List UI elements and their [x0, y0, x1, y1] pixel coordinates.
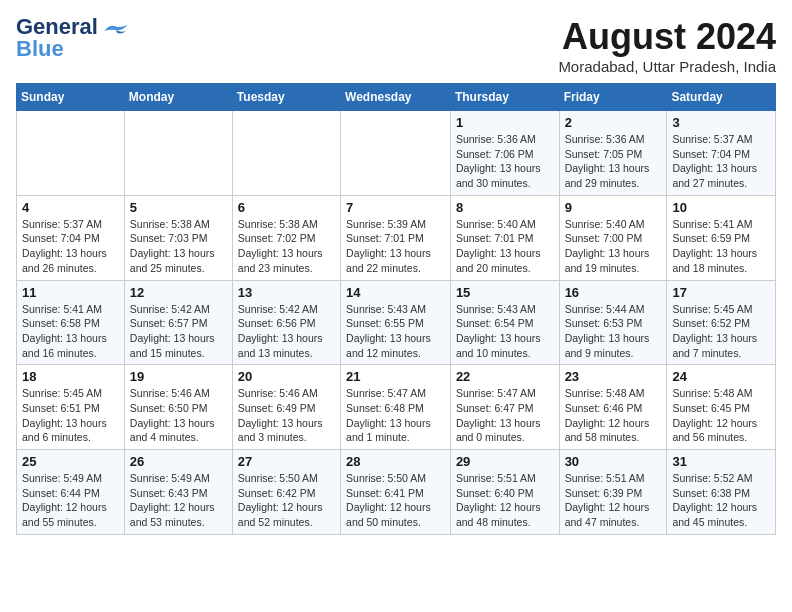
- day-info: Sunrise: 5:46 AM Sunset: 6:49 PM Dayligh…: [238, 386, 335, 445]
- calendar-cell: 13Sunrise: 5:42 AM Sunset: 6:56 PM Dayli…: [232, 280, 340, 365]
- day-info: Sunrise: 5:47 AM Sunset: 6:48 PM Dayligh…: [346, 386, 445, 445]
- weekday-header-sunday: Sunday: [17, 84, 125, 111]
- day-info: Sunrise: 5:45 AM Sunset: 6:51 PM Dayligh…: [22, 386, 119, 445]
- day-number: 12: [130, 285, 227, 300]
- calendar-cell: 22Sunrise: 5:47 AM Sunset: 6:47 PM Dayli…: [450, 365, 559, 450]
- title-block: August 2024 Moradabad, Uttar Pradesh, In…: [558, 16, 776, 75]
- day-info: Sunrise: 5:37 AM Sunset: 7:04 PM Dayligh…: [672, 132, 770, 191]
- day-number: 25: [22, 454, 119, 469]
- calendar-cell: 1Sunrise: 5:36 AM Sunset: 7:06 PM Daylig…: [450, 111, 559, 196]
- calendar-cell: 28Sunrise: 5:50 AM Sunset: 6:41 PM Dayli…: [341, 450, 451, 535]
- day-number: 17: [672, 285, 770, 300]
- calendar-cell: 18Sunrise: 5:45 AM Sunset: 6:51 PM Dayli…: [17, 365, 125, 450]
- day-number: 10: [672, 200, 770, 215]
- day-number: 26: [130, 454, 227, 469]
- week-row-1: 1Sunrise: 5:36 AM Sunset: 7:06 PM Daylig…: [17, 111, 776, 196]
- week-row-4: 18Sunrise: 5:45 AM Sunset: 6:51 PM Dayli…: [17, 365, 776, 450]
- day-number: 9: [565, 200, 662, 215]
- calendar-cell: 20Sunrise: 5:46 AM Sunset: 6:49 PM Dayli…: [232, 365, 340, 450]
- logo-bird-icon: [102, 22, 130, 40]
- calendar-cell: 29Sunrise: 5:51 AM Sunset: 6:40 PM Dayli…: [450, 450, 559, 535]
- day-number: 24: [672, 369, 770, 384]
- calendar-cell: 23Sunrise: 5:48 AM Sunset: 6:46 PM Dayli…: [559, 365, 667, 450]
- calendar-cell: 3Sunrise: 5:37 AM Sunset: 7:04 PM Daylig…: [667, 111, 776, 196]
- calendar-cell: 2Sunrise: 5:36 AM Sunset: 7:05 PM Daylig…: [559, 111, 667, 196]
- day-number: 2: [565, 115, 662, 130]
- day-number: 8: [456, 200, 554, 215]
- day-number: 21: [346, 369, 445, 384]
- calendar-cell: 12Sunrise: 5:42 AM Sunset: 6:57 PM Dayli…: [124, 280, 232, 365]
- day-number: 14: [346, 285, 445, 300]
- day-info: Sunrise: 5:49 AM Sunset: 6:44 PM Dayligh…: [22, 471, 119, 530]
- calendar-cell: 4Sunrise: 5:37 AM Sunset: 7:04 PM Daylig…: [17, 195, 125, 280]
- day-info: Sunrise: 5:37 AM Sunset: 7:04 PM Dayligh…: [22, 217, 119, 276]
- day-info: Sunrise: 5:38 AM Sunset: 7:03 PM Dayligh…: [130, 217, 227, 276]
- day-number: 13: [238, 285, 335, 300]
- calendar-cell: 31Sunrise: 5:52 AM Sunset: 6:38 PM Dayli…: [667, 450, 776, 535]
- calendar-cell: 11Sunrise: 5:41 AM Sunset: 6:58 PM Dayli…: [17, 280, 125, 365]
- weekday-header-saturday: Saturday: [667, 84, 776, 111]
- calendar-cell: 7Sunrise: 5:39 AM Sunset: 7:01 PM Daylig…: [341, 195, 451, 280]
- calendar-cell: 8Sunrise: 5:40 AM Sunset: 7:01 PM Daylig…: [450, 195, 559, 280]
- calendar-table: SundayMondayTuesdayWednesdayThursdayFrid…: [16, 83, 776, 535]
- week-row-2: 4Sunrise: 5:37 AM Sunset: 7:04 PM Daylig…: [17, 195, 776, 280]
- weekday-header-wednesday: Wednesday: [341, 84, 451, 111]
- day-info: Sunrise: 5:51 AM Sunset: 6:39 PM Dayligh…: [565, 471, 662, 530]
- day-info: Sunrise: 5:52 AM Sunset: 6:38 PM Dayligh…: [672, 471, 770, 530]
- calendar-cell: 19Sunrise: 5:46 AM Sunset: 6:50 PM Dayli…: [124, 365, 232, 450]
- day-info: Sunrise: 5:40 AM Sunset: 7:00 PM Dayligh…: [565, 217, 662, 276]
- weekday-header-friday: Friday: [559, 84, 667, 111]
- weekday-header-tuesday: Tuesday: [232, 84, 340, 111]
- day-info: Sunrise: 5:41 AM Sunset: 6:59 PM Dayligh…: [672, 217, 770, 276]
- calendar-cell: 30Sunrise: 5:51 AM Sunset: 6:39 PM Dayli…: [559, 450, 667, 535]
- day-number: 19: [130, 369, 227, 384]
- day-info: Sunrise: 5:49 AM Sunset: 6:43 PM Dayligh…: [130, 471, 227, 530]
- day-info: Sunrise: 5:40 AM Sunset: 7:01 PM Dayligh…: [456, 217, 554, 276]
- day-info: Sunrise: 5:43 AM Sunset: 6:54 PM Dayligh…: [456, 302, 554, 361]
- weekday-header-thursday: Thursday: [450, 84, 559, 111]
- day-number: 6: [238, 200, 335, 215]
- day-number: 29: [456, 454, 554, 469]
- day-info: Sunrise: 5:50 AM Sunset: 6:41 PM Dayligh…: [346, 471, 445, 530]
- day-info: Sunrise: 5:47 AM Sunset: 6:47 PM Dayligh…: [456, 386, 554, 445]
- calendar-cell: 27Sunrise: 5:50 AM Sunset: 6:42 PM Dayli…: [232, 450, 340, 535]
- calendar-cell: 5Sunrise: 5:38 AM Sunset: 7:03 PM Daylig…: [124, 195, 232, 280]
- day-number: 5: [130, 200, 227, 215]
- location-subtitle: Moradabad, Uttar Pradesh, India: [558, 58, 776, 75]
- weekday-header-monday: Monday: [124, 84, 232, 111]
- day-info: Sunrise: 5:39 AM Sunset: 7:01 PM Dayligh…: [346, 217, 445, 276]
- day-number: 23: [565, 369, 662, 384]
- logo: GeneralBlue: [16, 16, 130, 60]
- day-info: Sunrise: 5:42 AM Sunset: 6:57 PM Dayligh…: [130, 302, 227, 361]
- day-number: 28: [346, 454, 445, 469]
- logo-text: GeneralBlue: [16, 16, 98, 60]
- calendar-cell: 10Sunrise: 5:41 AM Sunset: 6:59 PM Dayli…: [667, 195, 776, 280]
- calendar-cell: [232, 111, 340, 196]
- day-number: 1: [456, 115, 554, 130]
- day-info: Sunrise: 5:50 AM Sunset: 6:42 PM Dayligh…: [238, 471, 335, 530]
- calendar-cell: [17, 111, 125, 196]
- calendar-cell: 21Sunrise: 5:47 AM Sunset: 6:48 PM Dayli…: [341, 365, 451, 450]
- day-number: 30: [565, 454, 662, 469]
- day-number: 18: [22, 369, 119, 384]
- calendar-cell: 24Sunrise: 5:48 AM Sunset: 6:45 PM Dayli…: [667, 365, 776, 450]
- day-info: Sunrise: 5:48 AM Sunset: 6:46 PM Dayligh…: [565, 386, 662, 445]
- week-row-3: 11Sunrise: 5:41 AM Sunset: 6:58 PM Dayli…: [17, 280, 776, 365]
- day-number: 16: [565, 285, 662, 300]
- calendar-body: 1Sunrise: 5:36 AM Sunset: 7:06 PM Daylig…: [17, 111, 776, 535]
- weekday-header-row: SundayMondayTuesdayWednesdayThursdayFrid…: [17, 84, 776, 111]
- day-number: 20: [238, 369, 335, 384]
- calendar-cell: [124, 111, 232, 196]
- calendar-cell: 26Sunrise: 5:49 AM Sunset: 6:43 PM Dayli…: [124, 450, 232, 535]
- day-info: Sunrise: 5:46 AM Sunset: 6:50 PM Dayligh…: [130, 386, 227, 445]
- day-number: 15: [456, 285, 554, 300]
- day-info: Sunrise: 5:43 AM Sunset: 6:55 PM Dayligh…: [346, 302, 445, 361]
- day-number: 31: [672, 454, 770, 469]
- day-number: 11: [22, 285, 119, 300]
- calendar-cell: 14Sunrise: 5:43 AM Sunset: 6:55 PM Dayli…: [341, 280, 451, 365]
- day-number: 27: [238, 454, 335, 469]
- week-row-5: 25Sunrise: 5:49 AM Sunset: 6:44 PM Dayli…: [17, 450, 776, 535]
- calendar-cell: 6Sunrise: 5:38 AM Sunset: 7:02 PM Daylig…: [232, 195, 340, 280]
- day-number: 22: [456, 369, 554, 384]
- month-year-title: August 2024: [558, 16, 776, 58]
